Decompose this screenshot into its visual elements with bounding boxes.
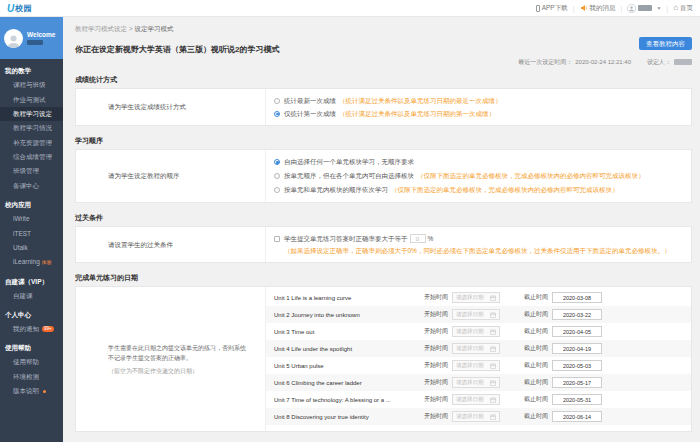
breadcrumb: 教程学习模式设定 > 设定学习模式: [75, 17, 692, 33]
sidebar-item-class-management[interactable]: 班级管理: [0, 164, 63, 178]
option-label: 自由选择任何一个单元板块学习，无顺序要求: [284, 155, 414, 169]
end-date-input[interactable]: 2020-03-22: [552, 309, 602, 320]
start-date-input[interactable]: 请选择日期: [452, 411, 500, 422]
radio-icon[interactable]: [274, 187, 280, 193]
app-download-link[interactable]: APP下载: [536, 4, 568, 13]
end-date-input[interactable]: 2020-03-08: [552, 292, 602, 303]
start-date-input[interactable]: 请选择日期: [452, 360, 500, 371]
end-date-input[interactable]: 2020-06-14: [552, 411, 602, 422]
sidebar-section-my-teaching: 我的教学: [0, 59, 63, 78]
sidebar-section-campus-apps: 校内应用: [0, 193, 63, 212]
unit-list: Unit 1 Life is a learning curve 开始时间 请选择…: [266, 287, 691, 431]
pass-rate-label: 学生提交单元练习答案时正确率要大于等于: [284, 232, 408, 245]
radio-option-free-order[interactable]: 自由选择任何一个单元板块学习，无顺序要求: [274, 155, 683, 169]
sidebar-section-self-built-vip: 自建课（VIP）: [0, 270, 63, 289]
sidebar-item-utalk[interactable]: Utalk: [0, 241, 63, 255]
end-time-label: 截止时间: [524, 310, 548, 319]
notification-badge: 99+: [42, 326, 54, 332]
section-title-unit-dates: 完成单元练习的日期: [75, 274, 692, 282]
date-placeholder: 请选择日期: [456, 379, 484, 386]
pass-condition-label: 请设置学生的过关条件: [76, 227, 266, 262]
end-date-input[interactable]: 2020-05-03: [552, 360, 602, 371]
last-set-meta: 最近一次设定时间： 2020-02-24 12:21:40 设定人：: [518, 58, 692, 66]
learning-order-label: 请为学生设定教程的顺序: [76, 150, 266, 202]
pass-condition-note: （如果选择设定正确率，正确率则必须大于0%，同时还必须在下面选定单元必修板块，过…: [274, 245, 683, 257]
end-time-label: 截止时间: [524, 412, 548, 421]
end-date-input[interactable]: 2020-05-17: [552, 377, 602, 388]
option-note: （统计满足过关条件以及单元练习日期的第一次成绩）: [339, 107, 495, 120]
pass-rate-input[interactable]: 0: [410, 234, 426, 243]
messages-label: 我的消息: [590, 4, 616, 13]
checkbox-icon[interactable]: [274, 236, 280, 242]
view-course-content-button[interactable]: 查看教程内容: [639, 37, 692, 50]
breadcrumb-current: 设定学习模式: [134, 25, 173, 32]
divider: |: [573, 5, 575, 12]
end-date-input[interactable]: 2020-04-19: [552, 343, 602, 354]
start-date-input[interactable]: 请选择日期: [452, 394, 500, 405]
date-placeholder: 请选择日期: [456, 294, 484, 301]
radio-icon-checked[interactable]: [274, 159, 280, 165]
avatar[interactable]: [4, 29, 23, 48]
unit-row-5: Unit 5 Urban pulse 开始时间 请选择日期 截止时间 2020-…: [266, 357, 691, 374]
grade-stat-label: 请为学生设定成绩统计方式: [76, 89, 266, 125]
radio-option-unit-order[interactable]: 按单元顺序，但在各个单元内可自由选择板块 （仅限下面选定的单元必修板块，完成必修…: [274, 169, 683, 183]
sidebar-item-courses-classes[interactable]: 课程与班级: [0, 78, 63, 92]
page-header: 教程学习模式设定 > 设定学习模式 你正在设定新视野大学英语（第三版）视听说2的…: [75, 17, 692, 65]
start-date-input[interactable]: 请选择日期: [452, 292, 500, 303]
chevron-down-icon: ▼: [656, 5, 661, 11]
start-date-input[interactable]: 请选择日期: [452, 377, 500, 388]
end-date-input[interactable]: 2020-04-05: [552, 326, 602, 337]
calendar-icon: [490, 414, 496, 420]
date-placeholder: 请选择日期: [456, 328, 484, 335]
sidebar-item-version-notes[interactable]: 版本说明: [0, 384, 63, 398]
unit-name: Unit 5 Urban pulse: [274, 363, 424, 369]
end-time-label: 截止时间: [524, 293, 548, 302]
user-menu[interactable]: ▼: [627, 4, 661, 13]
radio-icon[interactable]: [274, 98, 280, 104]
sidebar-item-ilearning[interactable]: iLearning 体验: [0, 255, 63, 269]
sidebar-item-supplementary-resources[interactable]: 补充资源管理: [0, 136, 63, 150]
start-time-label: 开始时间: [424, 395, 448, 404]
sidebar-item-homework-tests[interactable]: 作业与测试: [0, 92, 63, 106]
user-avatar-icon: [627, 4, 636, 13]
option-label: 仅统计第一次成绩: [284, 107, 336, 120]
home-link[interactable]: ⌂ 首页: [673, 4, 693, 13]
messages-link[interactable]: 我的消息: [580, 4, 616, 13]
option-note: （仅限下面选定的单元必修板块，完成必修板块内的必修内容即可完成该板块）: [417, 169, 645, 183]
unit-row-3: Unit 3 Time out 开始时间 请选择日期 截止时间 2020-04-…: [266, 323, 691, 340]
pass-rate-checkbox-row[interactable]: 学生提交单元练习答案时正确率要大于等于 0 %: [274, 232, 683, 245]
radio-icon-checked[interactable]: [274, 111, 280, 117]
unit-dates-card: 学生需要在此日期之内提交该单元的练习，否则系统不记录学生提交答案的正确率。 （留…: [75, 286, 692, 432]
sidebar-item-itest[interactable]: iTEST: [0, 226, 63, 240]
sidebar-item-lesson-prep-center[interactable]: 备课中心: [0, 179, 63, 193]
divider: |: [666, 5, 668, 12]
sidebar-section-help: 使用帮助: [0, 336, 63, 355]
percent-sign: %: [428, 232, 434, 245]
sidebar-item-comprehensive-grades[interactable]: 综合成绩管理: [0, 150, 63, 164]
redacted-setter-name: [674, 59, 692, 65]
sidebar-item-help[interactable]: 使用帮助: [0, 355, 63, 369]
setter-label: 设定人：: [647, 58, 671, 66]
breadcrumb-parent[interactable]: 教程学习模式设定: [75, 25, 127, 32]
sidebar-item-course-learning-setting[interactable]: 教程学习设定: [0, 107, 63, 121]
radio-option-strict-order[interactable]: 按单元和单元内板块的顺序依次学习 （仅限下面选定的单元必修板块，完成必修板块内的…: [274, 183, 683, 197]
redacted-username: [638, 5, 652, 11]
start-date-input[interactable]: 请选择日期: [452, 343, 500, 354]
radio-option-latest-score[interactable]: 统计最新一次成绩 （统计满足过关条件以及单元练习日期的最近一次成绩）: [274, 94, 683, 107]
radio-icon[interactable]: [274, 173, 280, 179]
sidebar-item-iwrite[interactable]: iWrite: [0, 212, 63, 226]
sidebar-item-self-built-course[interactable]: 自建课: [0, 289, 63, 303]
unit-name: Unit 8 Discovering your true identity: [274, 414, 424, 420]
radio-option-first-score[interactable]: 仅统计第一次成绩 （统计满足过关条件以及单元练习日期的第一次成绩）: [274, 107, 683, 120]
end-date-input[interactable]: 2020-05-31: [552, 394, 602, 405]
unit-name: Unit 4 Life under the spotlight: [274, 346, 424, 352]
start-date-input[interactable]: 请选择日期: [452, 309, 500, 320]
start-date-input[interactable]: 请选择日期: [452, 326, 500, 337]
section-title-pass-condition: 过关条件: [75, 214, 692, 222]
sidebar-item-my-notifications[interactable]: 我的通知 99+: [0, 322, 63, 336]
trial-tag: 体验: [42, 259, 52, 265]
end-time-label: 截止时间: [524, 344, 548, 353]
welcome-text: Welcome: [27, 31, 55, 38]
sidebar-item-course-learning-status[interactable]: 教程学习情况: [0, 121, 63, 135]
sidebar-item-env-check[interactable]: 环境检测: [0, 370, 63, 384]
